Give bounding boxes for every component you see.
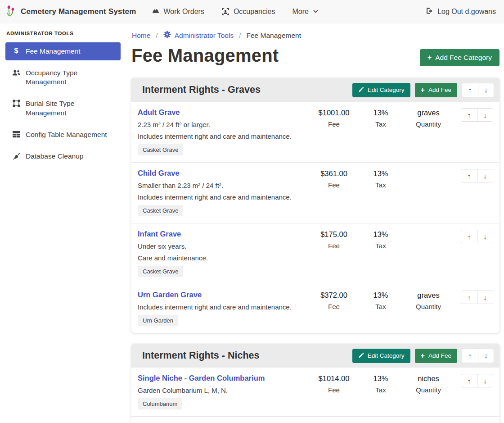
add-fee-label: Add Fee bbox=[428, 352, 451, 359]
table-icon bbox=[12, 130, 21, 138]
add-fee-category-button[interactable]: + Add Fee Category bbox=[420, 49, 500, 66]
fee-name-link[interactable]: Child Grave bbox=[138, 169, 180, 177]
nav-more-dropdown[interactable]: More bbox=[292, 8, 318, 16]
edit-category-button[interactable]: Edit Category bbox=[352, 349, 410, 363]
fee-name-link[interactable]: Urn Garden Grave bbox=[138, 291, 202, 299]
breadcrumb-home-link[interactable]: Home bbox=[132, 32, 150, 40]
category-header: Interment Rights - Graves Edit Category … bbox=[131, 78, 500, 102]
category-reorder-group: ↑ ↓ bbox=[462, 83, 494, 97]
move-category-up-button[interactable]: ↑ bbox=[462, 83, 478, 97]
category-reorder-group: ↑ ↓ bbox=[462, 349, 494, 363]
fee-amount-label: Fee bbox=[309, 120, 359, 128]
category-actions: Edit Category + Add Fee ↑ ↓ bbox=[352, 83, 494, 97]
fee-tag-badge: Urn Garden bbox=[138, 315, 178, 326]
sidebar-item-occupancy-type-management[interactable]: Occupancy Type Management bbox=[5, 64, 121, 91]
fee-descriptions: Includes interment right and care and ma… bbox=[138, 303, 309, 311]
move-fee-up-button[interactable]: ↑ bbox=[461, 374, 477, 387]
fee-tax-value: 13% bbox=[359, 291, 402, 300]
fee-main: Child Grave Smaller than 2.23 m² / 24 ft… bbox=[138, 169, 309, 216]
fee-amount-label: Fee bbox=[309, 242, 359, 250]
nav-work-orders[interactable]: Work Orders bbox=[152, 8, 204, 16]
breadcrumb: Home / Administrator Tool bbox=[132, 31, 500, 40]
app-brand[interactable]: Cemetery Management System bbox=[5, 5, 136, 18]
sidebar: ADMINISTRATOR TOOLS $ Fee Management Occ… bbox=[0, 23, 126, 423]
fee-row: Infant Grave Under six years.Care and ma… bbox=[131, 223, 500, 284]
fee-name-link[interactable]: Infant Grave bbox=[138, 230, 181, 238]
move-fee-down-button[interactable]: ↓ bbox=[477, 230, 493, 243]
breadcrumb-label: Administrator Tools bbox=[175, 32, 234, 40]
fee-amount-column: $361.00 Fee bbox=[309, 169, 359, 216]
fee-category-card: Interment Rights - Niches Edit Category … bbox=[131, 344, 500, 423]
fee-tax-column: 13% Tax bbox=[359, 169, 402, 216]
broom-icon bbox=[12, 152, 21, 160]
fee-amount-label: Fee bbox=[309, 303, 359, 310]
move-fee-up-button[interactable]: ↑ bbox=[461, 291, 477, 304]
fee-tax-value: 13% bbox=[359, 374, 402, 383]
fee-description: Garden Columbarium L, M, N. bbox=[138, 387, 309, 394]
fee-descriptions: Smaller than 2.23 m² / 24 ft².Includes i… bbox=[138, 182, 309, 201]
fee-quantity-column: graves Quantity bbox=[402, 108, 454, 155]
fee-amount-value: $372.00 bbox=[309, 291, 359, 300]
move-fee-down-button[interactable]: ↓ bbox=[477, 374, 493, 387]
fee-tax-column: 13% Tax bbox=[359, 291, 402, 326]
move-fee-down-button[interactable]: ↓ bbox=[477, 109, 493, 121]
fee-tag-badge: Casket Grave bbox=[138, 205, 183, 216]
sidebar-item-database-cleanup[interactable]: Database Cleanup bbox=[5, 147, 121, 165]
breadcrumb-admin-tools-link[interactable]: Administrator Tools bbox=[163, 31, 234, 40]
edit-category-button[interactable]: Edit Category bbox=[352, 83, 410, 97]
plus-icon: + bbox=[421, 86, 425, 94]
sidebar-item-config-table-management[interactable]: Config Table Management bbox=[5, 126, 121, 144]
fee-main: Adult Grave 2.23 m² / 24 ft² or larger.I… bbox=[138, 108, 309, 155]
fee-amount-column: $372.00 Fee bbox=[309, 291, 359, 326]
add-fee-button[interactable]: + Add Fee bbox=[415, 83, 457, 97]
fee-tax-label: Tax bbox=[359, 386, 402, 394]
category-actions: Edit Category + Add Fee ↑ ↓ bbox=[352, 349, 494, 363]
fee-name-link[interactable]: Single Niche - Garden Columbarium bbox=[138, 374, 265, 382]
fee-amount-column: $1014.00 Fee bbox=[309, 374, 359, 409]
fee-quantity-column: niches Quantity bbox=[402, 374, 454, 409]
fee-name-link[interactable]: Adult Grave bbox=[138, 108, 180, 117]
add-fee-button[interactable]: + Add Fee bbox=[415, 349, 457, 363]
move-category-up-button[interactable]: ↑ bbox=[462, 349, 478, 363]
move-fee-down-button[interactable]: ↓ bbox=[477, 169, 493, 182]
fee-amount-column: $1001.00 Fee bbox=[309, 108, 359, 155]
category-title: Interment Rights - Graves bbox=[142, 84, 261, 96]
fee-reorder-group: ↑ ↓ bbox=[461, 374, 493, 387]
fee-amount-label: Fee bbox=[309, 386, 359, 394]
fee-quantity-label: Quantity bbox=[402, 120, 454, 128]
plus-icon: + bbox=[421, 352, 425, 359]
move-category-down-button[interactable]: ↓ bbox=[478, 83, 494, 97]
fee-description: Includes interment right and care and ma… bbox=[138, 132, 309, 140]
fee-quantity-label: Quantity bbox=[402, 303, 454, 310]
fee-tax-value: 13% bbox=[359, 169, 402, 178]
nav-occupancies[interactable]: Occupancies bbox=[221, 8, 275, 16]
fee-quantity-column bbox=[402, 169, 454, 216]
edit-category-label: Edit Category bbox=[368, 86, 405, 93]
sidebar-item-fee-management[interactable]: $ Fee Management bbox=[5, 42, 121, 60]
sidebar-item-label: Burial Site Type Management bbox=[26, 99, 117, 117]
logout-label: Log Out d.gowans bbox=[437, 8, 496, 16]
fee-quantity-value: graves bbox=[402, 291, 454, 300]
logout-button[interactable]: Log Out d.gowans bbox=[425, 7, 496, 17]
fee-quantity-column: graves Quantity bbox=[402, 291, 454, 326]
move-fee-up-button[interactable]: ↑ bbox=[461, 230, 477, 243]
move-fee-up-button[interactable]: ↑ bbox=[461, 109, 477, 121]
fee-description: Under six years. bbox=[138, 242, 309, 250]
page-title: Fee Management bbox=[131, 45, 279, 66]
sidebar-item-burial-site-type-management[interactable]: Burial Site Type Management bbox=[5, 95, 121, 122]
move-category-down-button[interactable]: ↓ bbox=[478, 349, 494, 363]
fee-description: Includes interment right and care and ma… bbox=[138, 193, 309, 201]
fee-row: Adult Grave 2.23 m² / 24 ft² or larger.I… bbox=[131, 102, 500, 163]
fee-main: Infant Grave Under six years.Care and ma… bbox=[138, 230, 309, 277]
fee-amount-label: Fee bbox=[309, 181, 359, 189]
nav-item-label: Occupancies bbox=[234, 8, 275, 16]
crop-frame-icon bbox=[12, 99, 21, 107]
move-fee-down-button[interactable]: ↓ bbox=[477, 291, 493, 304]
pencil-icon bbox=[358, 352, 364, 359]
fee-tag-badge: Casket Grave bbox=[138, 144, 183, 155]
fee-reorder-group: ↑ ↓ bbox=[461, 108, 493, 122]
move-fee-up-button[interactable]: ↑ bbox=[461, 169, 477, 182]
chevron-down-icon bbox=[313, 9, 319, 14]
hard-hat-icon bbox=[152, 8, 160, 16]
fee-descriptions: 2.23 m² / 24 ft² or larger.Includes inte… bbox=[138, 121, 309, 140]
